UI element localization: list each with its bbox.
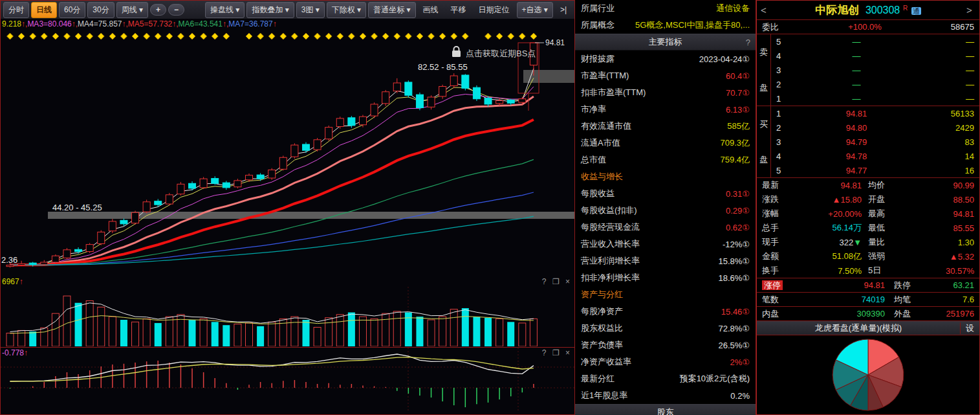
volume-panel[interactable]: 6967↑ ? ❐ × bbox=[1, 276, 574, 348]
date-locate-button[interactable]: 日期定位 bbox=[474, 2, 515, 18]
weibi-value: +100.0% bbox=[801, 22, 929, 32]
candlestick-chart[interactable]: 94.81 点击获取近期BS点82.52 - 85.5544.20 - 45.2… bbox=[1, 30, 574, 276]
oscillator-panel[interactable]: -0.778↑ ? ❐ × bbox=[1, 348, 574, 414]
quote-label: 换手 bbox=[762, 265, 793, 276]
settings-button[interactable]: 设 bbox=[960, 322, 979, 334]
ma-legend-segment: ↑, bbox=[72, 19, 78, 28]
svg-text:44.20 - 45.25: 44.20 - 45.25 bbox=[52, 203, 102, 212]
draw-line-button[interactable]: 画线 bbox=[418, 2, 444, 18]
book-level: 1 bbox=[776, 94, 793, 104]
book-price: — bbox=[793, 94, 920, 104]
weibi-row: 委比 +100.0% 58675 bbox=[757, 20, 979, 34]
oscillator-chart[interactable] bbox=[1, 348, 574, 412]
info-row: 近1年股息率0.2% bbox=[575, 387, 756, 404]
quote-label: 内盘 bbox=[762, 308, 801, 320]
prev-stock-arrow[interactable]: < bbox=[761, 5, 770, 16]
info-row-label: 每股经营现金流 bbox=[581, 221, 640, 233]
bs-point-hint[interactable]: 点击获取近期BS点 bbox=[466, 49, 536, 58]
quote-grid-row: 总手56.14万最低85.55 bbox=[757, 221, 979, 235]
info-row: 每股收益0.31① bbox=[575, 185, 756, 202]
book-volume: — bbox=[920, 51, 974, 61]
connect-badge: 通 bbox=[911, 7, 921, 15]
help-icon[interactable]: ? bbox=[746, 38, 750, 47]
info-row-label: 有效流通市值 bbox=[581, 120, 631, 132]
volume-chart[interactable] bbox=[1, 276, 574, 346]
layout-3chart-dropdown[interactable]: 3图 ▾ bbox=[296, 2, 325, 18]
restore-icon[interactable]: ❐ bbox=[552, 348, 561, 357]
book-volume: — bbox=[920, 94, 974, 104]
quote-value: 56.14万 bbox=[793, 222, 868, 234]
timeframe-30min[interactable]: 30分 bbox=[87, 2, 114, 18]
svg-text:82.52 - 85.55: 82.52 - 85.55 bbox=[418, 62, 468, 72]
book-price: 94.77 bbox=[793, 166, 920, 175]
quote-label-text: 笔数 bbox=[762, 295, 779, 304]
timeframe-daily[interactable]: 日线 bbox=[31, 2, 57, 18]
help-icon[interactable]: ? bbox=[542, 277, 549, 286]
sell-book-label: 卖盘 bbox=[757, 34, 771, 106]
info-row-label: 扣非市盈率(TTM) bbox=[581, 87, 646, 98]
ma-legend-segment: ↑, bbox=[223, 19, 228, 28]
pan-button[interactable]: 平移 bbox=[446, 2, 472, 18]
collapse-button[interactable]: >| bbox=[555, 3, 572, 17]
volume-value-label: 6967↑ bbox=[2, 277, 23, 286]
info-row-label: 最新分红 bbox=[581, 373, 615, 385]
chart-column: 分时日线60分30分周线 ▾+−操盘线 ▾指数叠加 ▾3图 ▾下除权 ▾普通坐标… bbox=[0, 0, 575, 415]
info-row-label: 市净率 bbox=[581, 104, 606, 115]
info-row: 营业收入增长率-12%① bbox=[575, 236, 756, 252]
info-row: 每股净资产15.46① bbox=[575, 303, 756, 320]
ma-legend-segment: ↑ bbox=[273, 19, 277, 28]
order-flow-pie-wrap bbox=[757, 335, 979, 414]
svg-text:2.36: 2.36 bbox=[1, 255, 17, 265]
zoom-in-button[interactable]: + bbox=[150, 4, 166, 16]
main-candlestick-panel[interactable]: 94.81 点击获取近期BS点82.52 - 85.5544.20 - 45.2… bbox=[1, 30, 574, 276]
book-price: — bbox=[793, 65, 920, 75]
timeframe-fenshi[interactable]: 分时 bbox=[3, 2, 29, 18]
close-icon[interactable]: × bbox=[565, 348, 572, 357]
info-row-value: 通信设备 bbox=[716, 3, 750, 14]
order-book-row: 3—— bbox=[771, 63, 979, 77]
info-section-bar: 主要指标? bbox=[575, 34, 756, 50]
zoom-out-button[interactable]: − bbox=[168, 4, 184, 16]
next-stock-arrow[interactable]: > bbox=[966, 5, 975, 16]
fundamental-info-panel: 所属行业通信设备所属概念5G概念,MSCI中国,操盘手80,...主要指标?财报… bbox=[575, 0, 756, 415]
help-icon[interactable]: ? bbox=[542, 348, 549, 357]
info-row-value: 6.13① bbox=[726, 105, 750, 115]
quote-value: 30.57% bbox=[899, 266, 974, 276]
book-volume: — bbox=[920, 80, 974, 89]
timeframe-60min[interactable]: 60分 bbox=[59, 2, 85, 18]
restore-icon[interactable]: ❐ bbox=[552, 277, 561, 286]
book-price: 94.81 bbox=[793, 109, 920, 118]
book-level: 3 bbox=[776, 137, 793, 147]
quote-value: ▲15.80 bbox=[793, 195, 868, 205]
order-book-row: 2—— bbox=[771, 77, 979, 91]
info-row-label: 市盈率(TTM) bbox=[581, 70, 629, 82]
info-row-label: 所属概念 bbox=[581, 19, 615, 31]
quote-value: 7.50% bbox=[793, 266, 868, 276]
coordinate-dropdown[interactable]: 普通坐标 ▾ bbox=[368, 2, 415, 18]
book-price: — bbox=[793, 37, 920, 47]
caopanxian-dropdown[interactable]: 操盘线 ▾ bbox=[205, 2, 245, 18]
quote-grid-row: 涨跌▲15.80开盘88.50 bbox=[757, 192, 979, 207]
info-row: 扣非净利增长率18.6%① bbox=[575, 269, 756, 286]
info-row-label: 扣非净利增长率 bbox=[581, 272, 640, 284]
close-icon[interactable]: × bbox=[565, 277, 572, 286]
info-row: 每股收益(扣非)0.29① bbox=[575, 202, 756, 219]
quote-label: 开盘 bbox=[868, 194, 899, 205]
info-row-value: 709.3亿 bbox=[720, 137, 750, 149]
book-level: 1 bbox=[776, 109, 793, 118]
index-overlay-dropdown[interactable]: 指数叠加 ▾ bbox=[246, 2, 294, 18]
adjust-rights-dropdown[interactable]: 下除权 ▾ bbox=[327, 2, 366, 18]
quote-label: 5日 bbox=[868, 265, 899, 276]
quote-label: 现手 bbox=[762, 236, 793, 248]
order-book-row: 1—— bbox=[771, 91, 979, 106]
add-watchlist-dropdown[interactable]: +自选 ▾ bbox=[517, 2, 553, 18]
info-row-label: 财报披露 bbox=[581, 53, 615, 65]
info-bar-title: 股东 bbox=[657, 407, 674, 415]
info-row-value: 0.62① bbox=[726, 223, 750, 232]
info-row-label: 每股收益 bbox=[581, 188, 615, 199]
book-volume: 83 bbox=[920, 137, 974, 147]
ma-legend-segment: MA6=43.541 bbox=[179, 19, 223, 28]
info-row: 股东权益比72.8%① bbox=[575, 320, 756, 337]
trading-app-window: 分时日线60分30分周线 ▾+−操盘线 ▾指数叠加 ▾3图 ▾下除权 ▾普通坐标… bbox=[0, 0, 980, 415]
timeframe-weekly[interactable]: 周线 ▾ bbox=[116, 2, 148, 18]
